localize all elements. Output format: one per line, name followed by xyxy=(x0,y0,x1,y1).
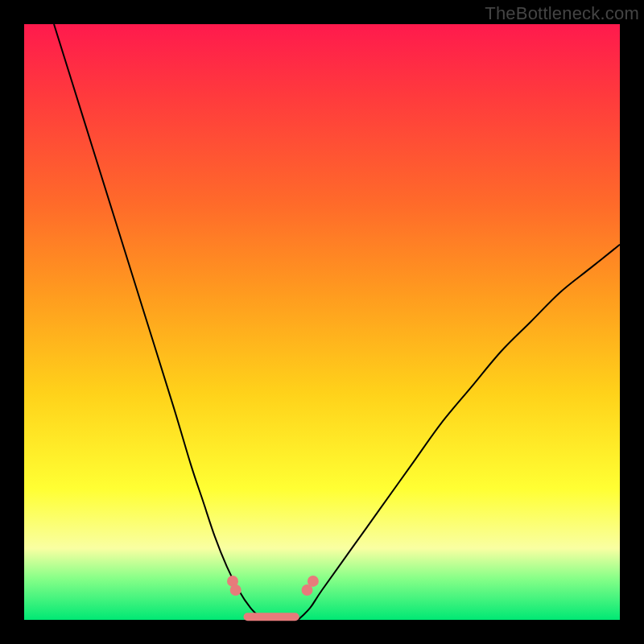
curve-marker-dot xyxy=(230,584,242,596)
watermark-text: TheBottleneck.com xyxy=(485,3,639,24)
chart-frame: TheBottleneck.com xyxy=(0,0,644,644)
plot-area xyxy=(24,24,620,620)
curve-right-branch xyxy=(298,245,620,620)
curve-marker-dot xyxy=(308,576,319,587)
curve-left-branch xyxy=(54,24,262,620)
bottleneck-curve xyxy=(24,24,620,620)
